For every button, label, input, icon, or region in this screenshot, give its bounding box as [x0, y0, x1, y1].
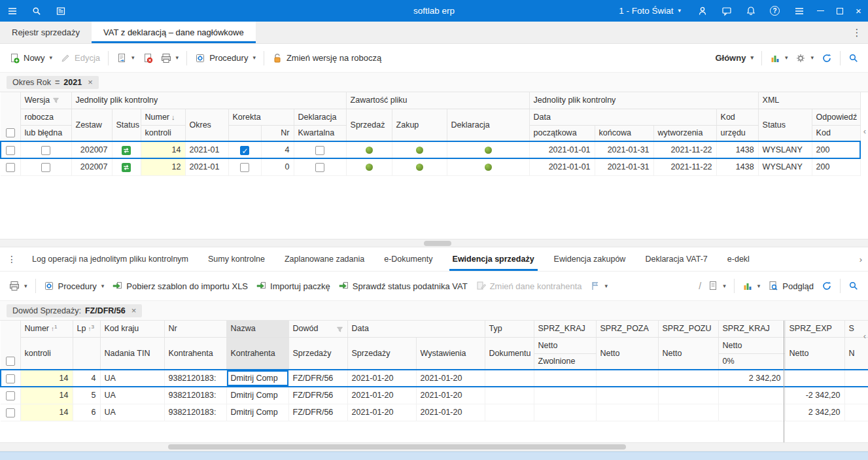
col-status-xml[interactable]: Status	[758, 109, 812, 141]
col-lub-bledna[interactable]: lub błędna	[20, 125, 71, 141]
subtab-sumy-kontrolne[interactable]: Sumy kontrolne	[198, 247, 275, 271]
cell-sprz-poza[interactable]	[596, 370, 658, 387]
cell-sprz-pozu[interactable]	[658, 404, 718, 421]
news-icon[interactable]	[48, 0, 73, 22]
view-selector-glowny[interactable]: Główny▾	[711, 50, 757, 66]
col-nadania-tin[interactable]: Nadania TIN	[100, 337, 164, 370]
col-nazwa[interactable]: Nazwa	[226, 321, 288, 337]
col-lp[interactable]: Lp↑3	[73, 321, 100, 337]
col-sprzedaz[interactable]: Sprzedaż	[346, 109, 392, 141]
sub-table-row[interactable]: 144UA9382120183:Dmitrij CompFZ/DFR/56202…	[1, 370, 868, 387]
cell-kod-kraju[interactable]: UA	[100, 404, 164, 421]
cell-sprz-kraj-0[interactable]	[718, 387, 785, 404]
cell-nr-kontrahenta[interactable]: 9382120183:	[164, 404, 226, 421]
cell-sprz-exp[interactable]	[785, 370, 844, 387]
subtab-zaplanowane-zadania[interactable]: Zaplanowane zadania	[275, 247, 374, 271]
cell-typ-dokumentu[interactable]	[485, 387, 534, 404]
minimize-icon[interactable]	[811, 0, 830, 22]
new-button[interactable]: Nowy▾	[5, 50, 56, 67]
main-grid-hscrollbar[interactable]	[0, 239, 868, 247]
cell-nazwa-kontrahenta[interactable]: Dmitrij Comp	[226, 387, 288, 404]
row-checkbox[interactable]	[6, 374, 15, 383]
cell-sprz-kraj-0[interactable]: 2 342,20	[718, 370, 785, 387]
cell-zestaw[interactable]: 202007	[71, 141, 112, 158]
col-typ[interactable]: Typ	[485, 321, 534, 337]
col-wersja[interactable]: Wersja	[20, 92, 71, 109]
cell-lp[interactable]: 5	[73, 387, 100, 404]
user-icon[interactable]	[690, 0, 714, 22]
row-checkbox[interactable]	[6, 391, 15, 400]
col-numer[interactable]: Numer↓	[141, 109, 185, 125]
cell-data-sprzedazy[interactable]: 2021-01-20	[347, 404, 416, 421]
check-vat-status-button[interactable]: Sprawdź status podatnika VAT	[334, 277, 472, 294]
chart-button[interactable]: ▾	[738, 277, 765, 294]
col-korekta[interactable]: Korekta	[228, 109, 294, 125]
col-deklaracja-plik[interactable]: Deklaracja	[447, 109, 529, 141]
cell-korekta-nr[interactable]: 4	[261, 141, 294, 158]
grid-search-button[interactable]	[844, 277, 863, 294]
chart-button[interactable]: ▾	[766, 50, 792, 67]
export-button[interactable]: ▾	[704, 277, 730, 294]
refresh-button[interactable]	[818, 277, 836, 294]
cell-sprz-poza[interactable]	[596, 404, 658, 421]
main-table-row[interactable]: 202007122021-0102021-01-012021-01-312021…	[1, 158, 860, 175]
col-sprz-kraj-2[interactable]: SPRZ_KRAJ	[718, 321, 785, 337]
subtab-ewidencja-zakupow[interactable]: Ewidencja zakupów	[544, 247, 636, 271]
cell-status[interactable]	[112, 158, 141, 175]
col-zestaw[interactable]: Zestaw	[71, 109, 112, 141]
col-sprz-exp[interactable]: SPRZ_EXP	[785, 321, 844, 337]
main-table-row[interactable]: 202007142021-0142021-01-012021-01-312021…	[1, 141, 860, 158]
refresh-button[interactable]	[818, 50, 836, 67]
tab-rejestr-sprzedazy[interactable]: Rejestr sprzedaży	[0, 22, 92, 43]
col-korekta-nr[interactable]: Nr	[261, 125, 294, 141]
row-checkbox[interactable]	[41, 163, 50, 172]
select-all-checkbox[interactable]	[6, 357, 15, 366]
col-data[interactable]: Data	[529, 109, 716, 125]
cell-kod-kraju[interactable]: UA	[100, 387, 164, 404]
cell-sprz-kraj-zwolnione[interactable]	[534, 387, 596, 404]
col-data-sprzedazy[interactable]: Sprzedaży	[347, 337, 416, 370]
col-sprzedazy[interactable]: Sprzedaży	[288, 337, 347, 370]
menu-icon[interactable]	[0, 0, 24, 22]
col-odpowiedz[interactable]: Odpowiedź	[812, 109, 860, 125]
cell-numer-kontroli[interactable]: 12	[141, 158, 185, 175]
cell-kod-urzedu[interactable]: 1438	[716, 141, 758, 158]
cell-sprz-exp[interactable]: -2 342,20	[785, 387, 844, 404]
cell-xml-status[interactable]: WYSLANY	[758, 141, 812, 158]
cell-numer-kontroli[interactable]: 14	[20, 404, 73, 421]
cell-lp[interactable]: 4	[73, 370, 100, 387]
col-netto-exp[interactable]: Netto	[785, 337, 844, 370]
col-netto-zwolnione[interactable]: Netto	[534, 337, 596, 353]
cell-data-wystawienia[interactable]: 2021-01-20	[416, 404, 485, 421]
cell-odpowiedz-kod[interactable]: 200	[812, 158, 860, 175]
cell-nr-kontrahenta[interactable]: 9382120183:	[164, 387, 226, 404]
cell-nazwa-kontrahenta[interactable]: Dmitrij Comp	[226, 370, 288, 387]
scroll-left-icon[interactable]: ‹	[863, 331, 866, 341]
col-kontroli[interactable]: kontroli	[141, 125, 185, 141]
cell-dowod-sprzedazy[interactable]: FZ/DFR/56	[288, 387, 347, 404]
cell-okres[interactable]: 2021-01	[185, 158, 228, 175]
flag-button[interactable]: ▾	[586, 277, 612, 294]
row-checkbox[interactable]	[6, 146, 15, 155]
cell-numer-kontroli[interactable]: 14	[141, 141, 185, 158]
detail-grid-hscrollbar[interactable]	[0, 442, 868, 451]
cell-sprz-pozu[interactable]	[658, 387, 718, 404]
cell-data-sprzedazy[interactable]: 2021-01-20	[347, 387, 416, 404]
col-koncowa[interactable]: końcowa	[595, 125, 653, 141]
col-urzedu[interactable]: urzędu	[716, 125, 758, 141]
print-button[interactable]: ▾	[5, 277, 31, 294]
col-sprz-poza[interactable]: SPRZ_POZA	[596, 321, 658, 337]
scroll-right-icon[interactable]: ›	[854, 247, 868, 271]
col-zakup[interactable]: Zakup	[392, 109, 447, 141]
cell-kod-kraju[interactable]: UA	[100, 370, 164, 387]
help-icon[interactable]: ?	[763, 0, 787, 22]
cell-dowod-sprzedazy[interactable]: FZ/DFR/56	[288, 370, 347, 387]
sub-table-row[interactable]: 146UA9382120183:Dmitrij CompFZ/DFR/56202…	[1, 404, 868, 421]
cell-sprz-kraj-0[interactable]	[718, 404, 785, 421]
col-netto-0[interactable]: Netto	[718, 337, 785, 353]
col-kontrahenta[interactable]: Kontrahenta	[164, 337, 226, 370]
col-nr[interactable]: Nr	[164, 321, 226, 337]
remove-filter-icon[interactable]: ×	[131, 306, 137, 315]
row-checkbox[interactable]	[240, 163, 249, 172]
col-odpowiedz-kod[interactable]: Kod	[812, 125, 860, 141]
